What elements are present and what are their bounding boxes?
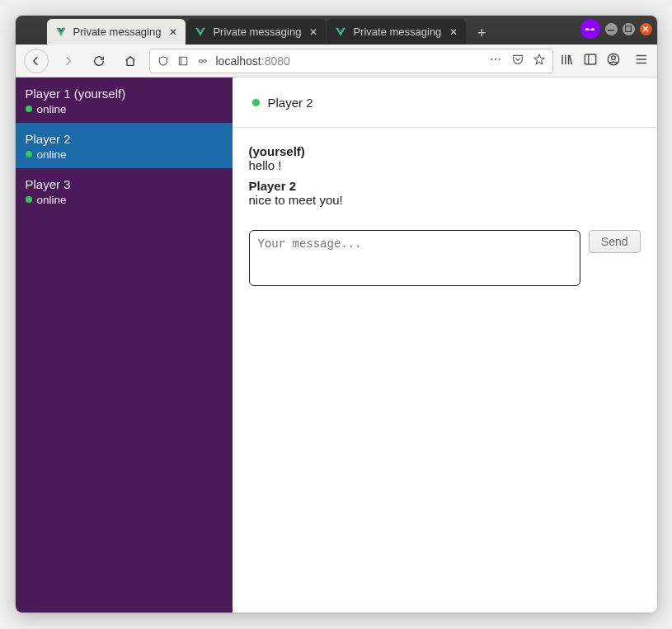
online-dot-icon — [252, 99, 260, 106]
svg-point-6 — [203, 59, 206, 63]
svg-rect-1 — [591, 28, 594, 31]
bookmark-icon[interactable] — [533, 53, 546, 68]
tab-2[interactable]: Private messaging ✕ — [327, 19, 466, 45]
svg-point-7 — [491, 59, 492, 60]
sidebar-item-name: Player 3 — [26, 176, 223, 193]
messages-list: (yourself) hello ! Player 2 nice to meet… — [233, 128, 657, 230]
vue-icon — [55, 26, 67, 38]
pocket-icon[interactable] — [511, 53, 524, 68]
svg-rect-4 — [626, 26, 632, 32]
message-sender: Player 2 — [249, 179, 641, 193]
sidebar-item-status: online — [26, 102, 223, 117]
svg-rect-3 — [608, 30, 614, 31]
svg-point-12 — [611, 55, 615, 59]
message-item: (yourself) hello ! — [249, 144, 641, 172]
status-text: online — [37, 148, 67, 162]
home-button[interactable] — [118, 49, 143, 73]
chat-panel: Player 2 (yourself) hello ! Player 2 nic… — [233, 77, 657, 613]
menu-icon[interactable] — [629, 52, 649, 70]
browser-window: Private messaging ✕ Private messaging ✕ … — [16, 16, 657, 613]
sidebar-item-status: online — [26, 148, 223, 162]
vue-icon — [195, 26, 206, 38]
incognito-icon — [580, 19, 600, 39]
chat-header: Player 2 — [233, 77, 657, 128]
tab-label: Private messaging — [73, 26, 162, 38]
account-icon[interactable] — [606, 52, 621, 70]
url-text: localhost:8080 — [216, 54, 482, 68]
address-bar[interactable]: localhost:8080 — [149, 49, 553, 73]
message-input[interactable] — [249, 230, 580, 286]
svg-point-8 — [494, 59, 496, 60]
tab-0[interactable]: Private messaging ✕ — [47, 19, 186, 45]
tab-label: Private messaging — [353, 26, 441, 38]
sidebar-item-name: Player 2 — [26, 131, 223, 148]
tab-label: Private messaging — [213, 26, 301, 38]
sidebar-item-status: online — [26, 193, 223, 208]
svg-point-5 — [199, 59, 202, 63]
page-content: Player 1 (yourself) online Player 2 onli… — [16, 77, 657, 613]
titlebar-controls — [580, 19, 652, 39]
site-info-icon[interactable] — [176, 54, 190, 68]
svg-rect-10 — [585, 54, 596, 64]
online-dot-icon — [26, 151, 32, 157]
url-host: localhost — [216, 54, 261, 68]
new-tab-button[interactable]: + — [470, 21, 493, 45]
sidebar-item-player-3[interactable]: Player 3 online — [16, 168, 233, 214]
address-bar-actions — [488, 53, 546, 68]
permissions-icon[interactable] — [196, 54, 209, 68]
composer: Send — [233, 230, 657, 303]
close-icon[interactable]: ✕ — [308, 26, 319, 38]
window-close-button[interactable] — [640, 23, 652, 35]
reload-button[interactable] — [87, 49, 111, 73]
vue-icon — [335, 26, 346, 38]
svg-point-9 — [498, 59, 500, 60]
svg-rect-0 — [585, 28, 589, 31]
message-text: hello ! — [249, 158, 641, 172]
sidebar-item-player-2[interactable]: Player 2 online — [16, 123, 233, 168]
back-button[interactable] — [24, 49, 49, 73]
close-icon[interactable]: ✕ — [167, 26, 179, 38]
message-item: Player 2 nice to meet you! — [249, 179, 641, 207]
browser-toolbar: localhost:8080 — [16, 45, 657, 77]
tab-1[interactable]: Private messaging ✕ — [186, 19, 326, 45]
library-icon[interactable] — [560, 52, 575, 70]
message-sender: (yourself) — [249, 144, 641, 158]
minimize-button[interactable] — [605, 23, 618, 35]
page-actions-icon[interactable] — [488, 53, 503, 68]
status-text: online — [37, 102, 67, 117]
chat-header-name: Player 2 — [268, 96, 313, 110]
online-dot-icon — [26, 196, 32, 203]
shield-icon — [157, 54, 170, 68]
toolbar-right — [560, 52, 649, 70]
maximize-button[interactable] — [623, 23, 635, 35]
titlebar: Private messaging ✕ Private messaging ✕ … — [16, 16, 657, 45]
sidebar-item-name: Player 1 (yourself) — [26, 86, 223, 102]
sidebar-icon[interactable] — [583, 52, 598, 70]
svg-rect-2 — [589, 29, 591, 30]
close-icon[interactable]: ✕ — [448, 26, 459, 38]
users-sidebar: Player 1 (yourself) online Player 2 onli… — [16, 77, 233, 613]
url-port: :8080 — [261, 54, 290, 68]
forward-button[interactable] — [55, 49, 80, 73]
status-text: online — [37, 193, 67, 208]
sidebar-item-player-1[interactable]: Player 1 (yourself) online — [16, 77, 233, 123]
online-dot-icon — [26, 106, 32, 112]
send-button[interactable]: Send — [589, 230, 641, 253]
message-text: nice to meet you! — [249, 193, 641, 207]
